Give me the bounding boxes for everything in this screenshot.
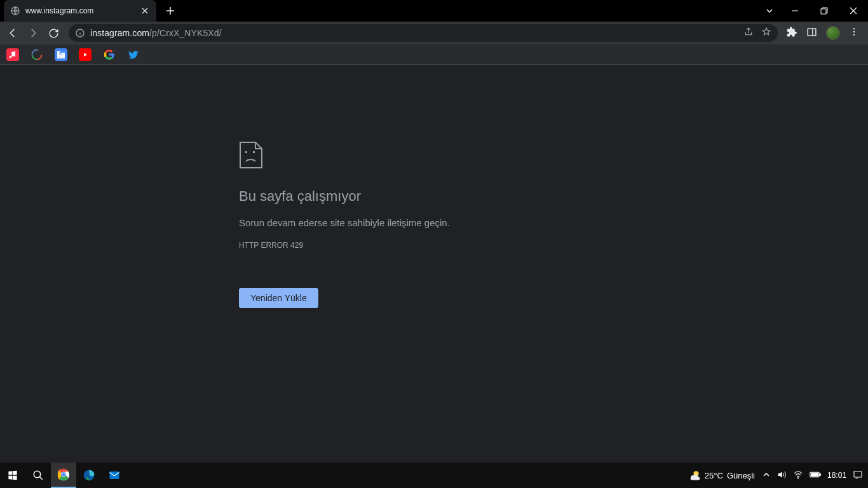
start-button[interactable]: [0, 463, 25, 488]
svg-point-22: [797, 477, 798, 478]
battery-icon[interactable]: [810, 471, 821, 480]
globe-icon: [10, 6, 20, 16]
svg-point-13: [34, 471, 41, 478]
volume-icon[interactable]: [776, 470, 787, 482]
svg-rect-12: [253, 151, 255, 153]
site-info-icon[interactable]: [75, 28, 85, 38]
menu-icon[interactable]: [849, 27, 859, 39]
page-content: Bu sayfa çalışmıyor Sorun devam ederse s…: [0, 65, 868, 463]
url-host: instagram.com: [90, 28, 149, 38]
clock[interactable]: 18:01: [827, 471, 846, 480]
svg-rect-11: [245, 151, 247, 153]
taskbar-chrome[interactable]: [51, 463, 76, 488]
bookmarks-bar: 文: [0, 44, 868, 65]
toolbar: instagram.com/p/CrxX_NYK5Xd/: [0, 22, 868, 44]
weather-desc: Güneşli: [727, 471, 755, 480]
tab-title: www.instagram.com: [25, 6, 135, 15]
new-tab-button[interactable]: [161, 2, 179, 20]
sad-page-icon: [239, 141, 264, 169]
system-tray: 18:01: [763, 470, 863, 482]
address-bar[interactable]: instagram.com/p/CrxX_NYK5Xd/: [69, 24, 778, 42]
taskbar-mail[interactable]: [102, 463, 127, 488]
titlebar: www.instagram.com: [0, 0, 868, 22]
maximize-button[interactable]: [810, 0, 839, 22]
url-text: instagram.com/p/CrxX_NYK5Xd/: [90, 28, 222, 38]
svg-rect-26: [854, 471, 862, 477]
extensions-icon[interactable]: [787, 27, 797, 40]
error-message: Sorun devam ederse site sahibiyle iletiş…: [239, 216, 633, 229]
svg-point-18: [62, 473, 65, 477]
error-code: HTTP ERROR 429: [239, 241, 633, 250]
tab-search-chevron-icon[interactable]: [759, 0, 780, 22]
window-controls: [759, 0, 868, 22]
svg-text:文: 文: [58, 51, 62, 55]
minimize-button[interactable]: [780, 0, 810, 22]
weather-temp: 25°C: [705, 471, 723, 480]
bookmark-google-g[interactable]: [31, 48, 43, 61]
reload-page-button[interactable]: Yeniden Yükle: [239, 288, 318, 308]
reload-button[interactable]: [44, 24, 62, 42]
bookmark-translate[interactable]: 文: [55, 48, 67, 61]
profile-avatar[interactable]: [826, 26, 840, 40]
url-path: /p/CrxX_NYK5Xd/: [149, 28, 222, 38]
side-panel-icon[interactable]: [806, 27, 817, 40]
search-button[interactable]: [25, 463, 51, 488]
close-tab-icon[interactable]: [140, 6, 150, 16]
bookmark-star-icon[interactable]: [761, 27, 771, 39]
forward-button[interactable]: [24, 24, 42, 42]
svg-rect-1: [821, 9, 826, 14]
bookmark-apple-music[interactable]: [6, 48, 19, 61]
svg-point-6: [853, 34, 855, 35]
bookmark-google[interactable]: [103, 48, 116, 61]
svg-rect-24: [820, 473, 821, 475]
bookmark-youtube[interactable]: [79, 48, 92, 61]
notifications-icon[interactable]: [853, 470, 863, 482]
taskbar: 25°C Güneşli 18:01: [0, 463, 868, 488]
taskbar-edge[interactable]: [76, 463, 102, 488]
svg-rect-3: [808, 28, 816, 35]
close-window-button[interactable]: [839, 0, 868, 22]
svg-point-4: [853, 28, 855, 29]
share-icon[interactable]: [743, 27, 754, 39]
tray-chevron-icon[interactable]: [763, 471, 770, 480]
svg-rect-25: [811, 473, 818, 476]
wifi-icon[interactable]: [793, 470, 803, 482]
weather-sun-icon: [688, 469, 701, 482]
weather-widget[interactable]: 25°C Güneşli: [688, 469, 755, 482]
browser-tab[interactable]: www.instagram.com: [4, 0, 156, 22]
svg-rect-20: [110, 471, 119, 479]
bookmark-twitter[interactable]: [127, 48, 140, 61]
svg-point-5: [853, 31, 855, 32]
error-title: Bu sayfa çalışmıyor: [239, 188, 633, 205]
back-button[interactable]: [4, 24, 22, 42]
error-container: Bu sayfa çalışmıyor Sorun devam ederse s…: [239, 141, 633, 308]
